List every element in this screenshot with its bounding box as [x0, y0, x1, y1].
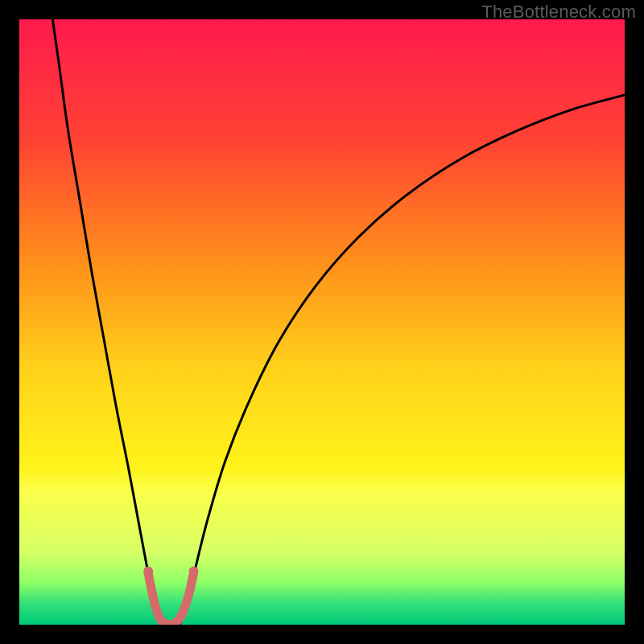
gradient-background [19, 19, 625, 625]
chart-frame: TheBottleneck.com [0, 0, 644, 644]
plot-area [19, 19, 625, 625]
marker-dot [189, 567, 199, 576]
marker-dot [143, 567, 153, 576]
chart-svg [19, 19, 625, 625]
